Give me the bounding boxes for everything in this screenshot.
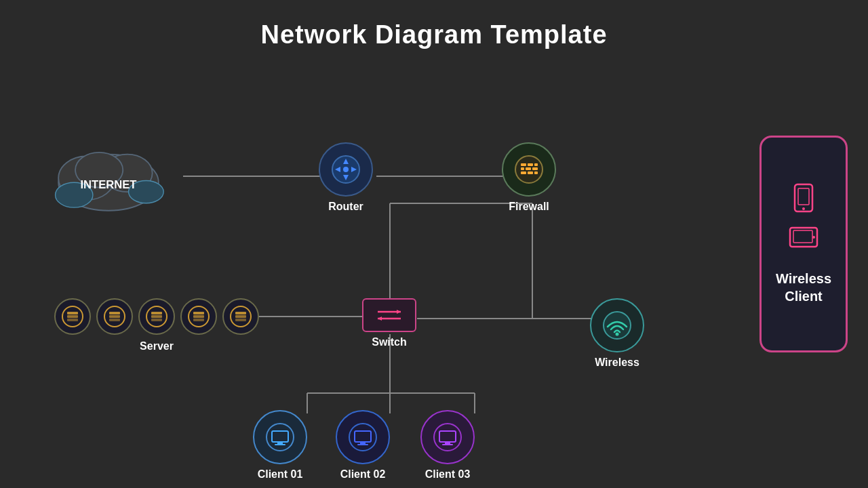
wireless-client-box: WirelessClient <box>760 136 848 352</box>
svg-rect-64 <box>275 444 285 445</box>
svg-rect-31 <box>532 167 538 170</box>
router-icon <box>331 155 361 184</box>
wireless-icon-circle <box>590 298 644 352</box>
server-icon-5 <box>222 298 259 335</box>
svg-point-78 <box>812 236 815 239</box>
firewall-icon-circle <box>502 142 556 197</box>
switch-icon-rect <box>362 298 416 332</box>
svg-rect-29 <box>521 167 524 170</box>
svg-rect-74 <box>798 188 809 205</box>
connection-lines <box>0 68 814 488</box>
client03-node: Client 03 <box>420 410 475 481</box>
svg-point-24 <box>343 167 349 172</box>
svg-rect-32 <box>521 171 526 174</box>
svg-rect-26 <box>521 163 526 166</box>
server-label: Server <box>54 340 259 352</box>
page-title: Network Diagram Template <box>0 0 868 49</box>
firewall-label: Firewall <box>509 201 549 213</box>
wireless-client-icons <box>789 183 818 249</box>
svg-rect-72 <box>442 444 453 445</box>
cloud-icon: INTERNET <box>41 136 176 217</box>
svg-point-75 <box>802 207 805 210</box>
client03-icon <box>420 410 475 464</box>
server-icon-4 <box>180 298 217 335</box>
svg-rect-44 <box>67 319 78 321</box>
server-icon <box>146 306 167 327</box>
svg-rect-68 <box>357 444 368 445</box>
server-icon-2 <box>96 298 133 335</box>
servers-row <box>54 298 259 335</box>
switch-icon <box>374 305 404 325</box>
svg-point-40 <box>616 333 619 336</box>
wireless-label: Wireless <box>595 357 639 369</box>
wifi-icon <box>602 310 632 340</box>
monitor-icon-1 <box>265 422 295 452</box>
router-node: Router <box>319 142 373 213</box>
svg-rect-56 <box>193 319 204 321</box>
router-icon-circle <box>319 142 373 197</box>
svg-rect-48 <box>109 319 120 321</box>
svg-rect-30 <box>526 167 531 170</box>
svg-rect-67 <box>360 442 366 444</box>
firewall-icon <box>514 155 544 184</box>
phone-icon <box>791 183 816 213</box>
internet-node: INTERNET <box>41 136 176 217</box>
svg-text:INTERNET: INTERNET <box>80 178 136 191</box>
server-icon-3 <box>138 298 175 335</box>
svg-rect-71 <box>445 442 450 444</box>
firewall-node: Firewall <box>502 142 556 213</box>
svg-rect-34 <box>534 171 538 174</box>
server-icon <box>188 306 210 327</box>
svg-marker-36 <box>397 310 401 314</box>
svg-marker-38 <box>378 317 382 321</box>
svg-rect-46 <box>109 312 120 314</box>
svg-rect-42 <box>67 312 78 314</box>
svg-rect-52 <box>151 319 162 321</box>
svg-rect-51 <box>151 315 162 318</box>
client02-icon <box>336 410 390 464</box>
client01-icon <box>253 410 307 464</box>
svg-rect-63 <box>277 442 283 444</box>
client01-node: Client 01 <box>253 410 307 481</box>
tablet-icon <box>789 225 818 249</box>
server-icon <box>104 306 125 327</box>
svg-rect-54 <box>193 312 204 314</box>
client02-label: Client 02 <box>340 468 386 481</box>
svg-rect-60 <box>235 319 246 321</box>
svg-rect-55 <box>193 315 204 318</box>
client01-label: Client 01 <box>258 468 303 481</box>
svg-rect-27 <box>528 163 533 166</box>
client03-label: Client 03 <box>425 468 471 481</box>
servers-node: Server <box>54 298 259 352</box>
server-icon <box>230 306 252 327</box>
wireless-node: Wireless <box>590 298 644 369</box>
svg-point-61 <box>267 424 294 451</box>
svg-rect-50 <box>151 312 162 314</box>
client02-node: Client 02 <box>336 410 390 481</box>
svg-rect-47 <box>109 315 120 318</box>
svg-point-65 <box>349 424 376 451</box>
svg-point-69 <box>434 424 461 451</box>
server-icon <box>62 306 83 327</box>
switch-label: Switch <box>372 336 407 348</box>
wireless-client-label: WirelessClient <box>776 270 831 305</box>
switch-node: Switch <box>362 298 416 348</box>
svg-rect-33 <box>528 171 533 174</box>
monitor-icon-3 <box>433 422 462 452</box>
svg-rect-58 <box>235 312 246 314</box>
svg-rect-59 <box>235 315 246 318</box>
svg-rect-43 <box>67 315 78 318</box>
monitor-icon-2 <box>348 422 378 452</box>
svg-rect-77 <box>793 230 812 243</box>
router-label: Router <box>328 201 363 213</box>
diagram-area: INTERNET Router <box>0 68 814 488</box>
svg-rect-28 <box>534 163 538 166</box>
server-icon-1 <box>54 298 91 335</box>
